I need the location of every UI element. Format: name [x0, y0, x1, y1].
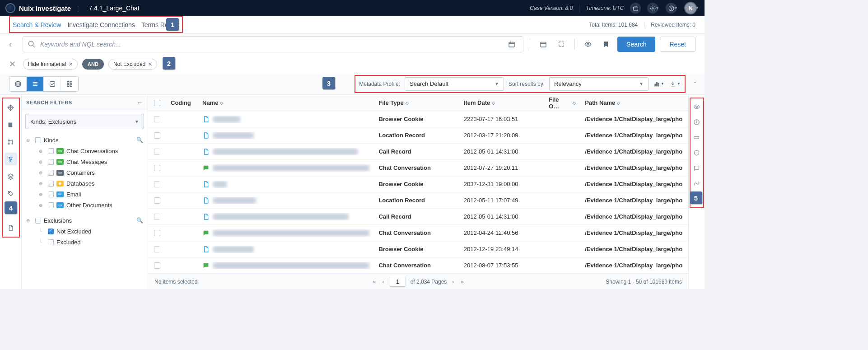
eye-icon[interactable]	[581, 37, 595, 51]
col-path-header[interactable]: Path Name◇	[580, 99, 688, 106]
calendar-icon[interactable]	[505, 37, 518, 51]
row-checkbox[interactable]	[154, 262, 160, 269]
checkbox[interactable]	[48, 159, 54, 165]
exclusion-item[interactable]: └ Excluded	[39, 237, 143, 247]
kind-item[interactable]: ⊕ ▭ Containers	[39, 167, 143, 178]
row-checkbox[interactable]	[154, 214, 160, 220]
expand-icon[interactable]: ⊕	[39, 203, 45, 208]
last-page-button[interactable]: »	[460, 278, 465, 285]
expand-icon[interactable]: ⊕	[39, 181, 45, 186]
date-icon[interactable]	[537, 37, 550, 51]
chevron-down-icon[interactable]: ▼	[655, 6, 659, 10]
filter-chip-not-excluded[interactable]: Not Excluded ✕	[108, 59, 157, 70]
next-page-button[interactable]: ›	[451, 278, 455, 285]
expand-icon[interactable]: ⊕	[39, 149, 45, 154]
checkbox[interactable]	[48, 170, 54, 176]
collapse-panel-button[interactable]: ⌃	[689, 81, 701, 87]
filter-icon[interactable]	[5, 153, 17, 165]
row-checkbox[interactable]	[154, 197, 160, 204]
kind-item[interactable]: ⊕ ▭ Chat Messages	[39, 156, 143, 167]
expand-icon[interactable]: ⊕	[39, 159, 45, 164]
selection-icon[interactable]	[555, 37, 568, 51]
comment-icon[interactable]	[691, 163, 702, 173]
tag-icon[interactable]	[5, 187, 17, 200]
checkbox[interactable]	[48, 181, 54, 187]
expand-icon[interactable]: ⊕	[39, 192, 45, 197]
chip-remove-icon[interactable]: ✕	[69, 61, 73, 67]
results-body[interactable]: xxxxx Browser Cookie 2223-07-17 16:03:51…	[148, 111, 688, 274]
row-checkbox[interactable]	[154, 149, 160, 155]
exclusions-header-row[interactable]: ⊖ Exclusions 🔍	[26, 215, 143, 226]
row-checkbox[interactable]	[154, 181, 160, 187]
first-page-button[interactable]: «	[372, 278, 377, 285]
chip-remove-icon[interactable]: ✕	[148, 61, 152, 67]
kinds-header-row[interactable]: ⊖ Kinds 🔍	[26, 135, 143, 145]
tab-search-review[interactable]: Search & Review	[13, 17, 61, 32]
table-row[interactable]: xxxxx Browser Cookie 2012-12-19 23:49:14…	[148, 241, 688, 257]
export-dropdown-icon[interactable]: ▼	[669, 78, 681, 90]
link-icon[interactable]	[691, 178, 702, 189]
eye-icon[interactable]	[691, 101, 702, 112]
col-fileo-header[interactable]: File O…◇	[544, 96, 580, 110]
table-row[interactable]: xxxxx Browser Cookie 2037-12-31 19:00:00…	[148, 176, 688, 192]
col-filetype-header[interactable]: File Type◇	[374, 99, 459, 106]
tab-investigate-connections[interactable]: Investigate Connections	[67, 17, 135, 32]
bookmark-icon[interactable]	[599, 37, 613, 51]
table-row[interactable]: xxxxx Location Record 2012-05-11 17:07:4…	[148, 192, 688, 209]
checkbox[interactable]	[35, 218, 41, 224]
book-icon[interactable]	[5, 118, 17, 131]
expand-icon[interactable]: ⊕	[39, 170, 45, 175]
exclusion-item[interactable]: └ Not Excluded	[39, 226, 143, 237]
kind-item[interactable]: ⊕ ▭ Chat Conversations	[39, 145, 143, 156]
checkbox[interactable]	[48, 148, 54, 154]
row-checkbox[interactable]	[154, 165, 160, 171]
table-row[interactable]: xxxxx Call Record 2012-05-01 14:31:00 /E…	[148, 209, 688, 225]
table-row[interactable]: xxxxx Chat Conversation 2012-04-24 12:40…	[148, 225, 688, 241]
move-icon[interactable]	[5, 101, 17, 114]
reset-button[interactable]: Reset	[660, 37, 695, 52]
view-list-button[interactable]	[27, 77, 44, 91]
chevron-down-icon[interactable]: ▼	[695, 6, 699, 10]
kind-item[interactable]: ⊕ ✉ Email	[39, 189, 143, 200]
sort-by-select[interactable]: Relevancy ▼	[549, 77, 649, 91]
checkbox[interactable]	[48, 229, 54, 234]
filter-group-select[interactable]: Kinds, Exclusions ▼	[25, 114, 144, 129]
tag-label-icon[interactable]	[691, 132, 702, 143]
shield-icon[interactable]	[691, 147, 702, 158]
chevron-down-icon[interactable]: ▼	[674, 6, 678, 10]
search-input[interactable]	[40, 41, 500, 48]
info-icon[interactable]	[691, 117, 702, 127]
checkbox[interactable]	[35, 137, 41, 143]
prev-page-button[interactable]: ‹	[381, 278, 385, 285]
col-date-header[interactable]: Item Date◇	[459, 99, 544, 106]
col-name-header[interactable]: Name◇	[198, 99, 374, 106]
checkbox[interactable]	[48, 191, 54, 197]
filter-chip-hide-immaterial[interactable]: Hide Immaterial ✕	[23, 59, 78, 70]
metadata-profile-select[interactable]: Search Default ▼	[405, 77, 504, 91]
table-row[interactable]: xxxxx Browser Cookie 2223-07-17 16:03:51…	[148, 111, 688, 127]
table-row[interactable]: xxxxx Call Record 2012-05-01 14:31:00 /E…	[148, 144, 688, 160]
search-button[interactable]: Search	[617, 37, 655, 52]
page-input[interactable]	[390, 277, 406, 287]
row-checkbox[interactable]	[154, 246, 160, 252]
briefcase-icon[interactable]	[630, 3, 641, 14]
table-row[interactable]: xxxxx Chat Conversation 2012-08-07 17:53…	[148, 257, 688, 274]
collapse-icon[interactable]: ⊖	[26, 138, 33, 143]
document-icon[interactable]	[5, 221, 17, 234]
search-in-group-icon[interactable]: 🔍	[136, 217, 143, 224]
select-all-checkbox[interactable]	[154, 100, 160, 106]
view-check-button[interactable]	[44, 77, 61, 91]
chart-dropdown-icon[interactable]: ▼	[653, 78, 665, 90]
collapse-sidebar-button[interactable]: ←	[137, 99, 144, 106]
filter-operator-and[interactable]: AND	[82, 59, 104, 70]
table-row[interactable]: xxxxx Chat Conversation 2012-07-27 19:20…	[148, 160, 688, 176]
back-button[interactable]: ‹	[9, 40, 18, 49]
row-checkbox[interactable]	[154, 116, 160, 122]
collapse-icon[interactable]: ⊖	[26, 218, 33, 223]
view-grid-button[interactable]	[61, 77, 78, 91]
close-filters-button[interactable]: ✕	[9, 59, 16, 69]
tree-icon[interactable]	[5, 135, 17, 148]
layers-icon[interactable]	[5, 170, 17, 182]
search-in-group-icon[interactable]: 🔍	[136, 137, 143, 143]
col-coding[interactable]: Coding	[171, 99, 191, 106]
